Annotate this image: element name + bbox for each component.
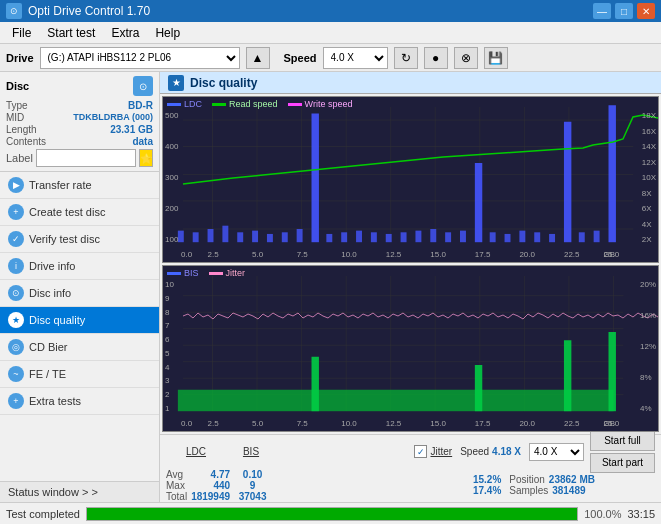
avg-jitter: 15.2% [473,474,501,485]
progress-bar-fill [87,508,577,520]
svg-text:5.0: 5.0 [252,419,264,428]
status-window-label: Status window > > [8,486,98,498]
status-text: Test completed [6,508,80,520]
nav-disc-info[interactable]: ⊙ Disc info [0,280,159,307]
svg-text:0.0: 0.0 [181,250,193,259]
menu-file[interactable]: File [4,24,39,42]
refresh-button[interactable]: ↻ [394,47,418,69]
svg-rect-42 [579,232,585,242]
max-bis: 9 [230,480,275,491]
total-label: Total [166,491,187,502]
y2-right-8: 8% [640,373,656,382]
drive-select[interactable]: (G:) ATAPI iHBS112 2 PL06 [40,47,240,69]
ldc-legend-color [167,103,181,106]
svg-text:10.0: 10.0 [341,250,357,259]
nav-verify-test-disc-label: Verify test disc [29,233,100,245]
svg-text:7.5: 7.5 [297,419,309,428]
y-label-500: 500 [165,111,178,120]
svg-rect-19 [237,232,243,242]
avg-bis: 0.10 [230,469,275,480]
bis-legend: BIS [167,268,199,278]
write-speed-legend-color [288,103,302,106]
svg-rect-76 [475,365,482,411]
y2-label-7: 7 [165,321,174,330]
disc-quality-icon: ★ [8,312,24,328]
y2-right-4: 4% [640,404,656,413]
nav-fe-te[interactable]: ~ FE / TE [0,361,159,388]
svg-text:GB: GB [604,250,616,259]
nav-cd-bier[interactable]: ◎ CD Bier [0,334,159,361]
svg-rect-39 [534,232,540,242]
menu-start-test[interactable]: Start test [39,24,103,42]
svg-text:10.0: 10.0 [341,419,357,428]
disc-action-btn2[interactable]: ⊗ [454,47,478,69]
speed-select[interactable]: 4.0 X [323,47,388,69]
svg-rect-77 [564,340,571,411]
start-full-button[interactable]: Start full [590,431,655,451]
write-speed-legend: Write speed [288,99,353,109]
disc-refresh-icon[interactable]: ⊙ [133,76,153,96]
nav-disc-quality[interactable]: ★ Disc quality [0,307,159,334]
speed-stat-select[interactable]: 4.0 X [529,443,584,461]
top-chart-svg: 0.0 2.5 5.0 7.5 10.0 12.5 15.0 17.5 20.0… [163,97,658,262]
menu-extra[interactable]: Extra [103,24,147,42]
svg-text:22.5: 22.5 [564,250,580,259]
svg-text:20.0: 20.0 [519,250,535,259]
position-value: 23862 MB [549,474,595,485]
write-speed-legend-label: Write speed [305,99,353,109]
close-button[interactable]: ✕ [637,3,655,19]
svg-rect-43 [594,231,600,243]
create-test-disc-icon: + [8,204,24,220]
bottom-chart-svg: 0.0 2.5 5.0 7.5 10.0 12.5 15.0 17.5 20.0… [163,266,658,431]
nav-extra-tests-label: Extra tests [29,395,81,407]
samples-value: 381489 [552,485,585,496]
jitter-legend-color [209,272,223,275]
avg-label: Avg [166,469,183,480]
svg-text:7.5: 7.5 [297,250,309,259]
label-input[interactable] [36,149,136,167]
nav-disc-info-label: Disc info [29,287,71,299]
maximize-button[interactable]: □ [615,3,633,19]
save-button[interactable]: 💾 [484,47,508,69]
bottom-status-bar: Test completed 100.0% 33:15 [0,502,661,524]
svg-text:12.5: 12.5 [386,419,402,428]
contents-label: Contents [6,136,46,147]
jitter-checkbox[interactable]: ✓ [414,445,427,458]
read-speed-legend: Read speed [212,99,278,109]
svg-rect-75 [312,357,319,411]
jitter-legend-label: Jitter [226,268,246,278]
content-header: ★ Disc quality [160,72,661,94]
svg-rect-41 [564,122,571,242]
y-right-10x: 10X [642,173,656,182]
status-window-button[interactable]: Status window > > [0,481,159,502]
svg-text:12.5: 12.5 [386,250,402,259]
mid-value: TDKBLDRBA (000) [73,112,153,123]
nav-transfer-rate[interactable]: ▶ Transfer rate [0,172,159,199]
y-label-400: 400 [165,142,178,151]
nav-verify-test-disc[interactable]: ✓ Verify test disc [0,226,159,253]
svg-rect-37 [505,234,511,242]
y2-label-6: 6 [165,335,174,344]
app-icon: ⊙ [6,3,22,19]
disc-action-btn1[interactable]: ● [424,47,448,69]
minimize-button[interactable]: — [593,3,611,19]
bis-header: BIS [226,446,276,457]
svg-rect-20 [252,231,258,243]
title-bar: ⊙ Opti Drive Control 1.70 — □ ✕ [0,0,661,22]
eject-button[interactable]: ▲ [246,47,270,69]
menu-help[interactable]: Help [147,24,188,42]
nav-create-test-disc[interactable]: + Create test disc [0,199,159,226]
position-label: Position [509,474,545,485]
y-label-100: 100 [165,235,178,244]
svg-text:15.0: 15.0 [430,419,446,428]
svg-rect-35 [475,163,482,242]
type-label: Type [6,100,28,111]
top-chart: LDC Read speed Write speed 500 400 300 [162,96,659,263]
svg-rect-32 [430,229,436,242]
disc-title: Disc [6,80,29,92]
y2-label-4: 4 [165,363,174,372]
nav-extra-tests[interactable]: + Extra tests [0,388,159,415]
label-icon-btn[interactable]: ⭐ [139,149,153,167]
svg-rect-28 [371,232,377,242]
nav-drive-info[interactable]: i Drive info [0,253,159,280]
